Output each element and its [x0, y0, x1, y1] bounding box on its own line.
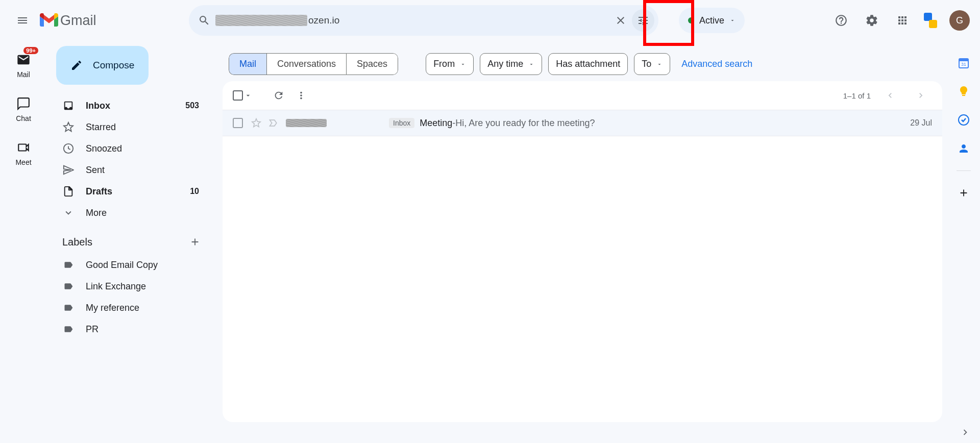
svg-rect-1 [959, 59, 968, 61]
rail-mail[interactable]: 99+ Mail [15, 51, 32, 79]
filters-row: Mail Conversations Spaces From Any time … [223, 49, 942, 81]
prev-page-button[interactable] [879, 84, 901, 107]
search-bar: ozen.io [189, 5, 658, 36]
more-vert-icon [296, 90, 307, 101]
chevron-right-icon [916, 90, 926, 101]
compose-label: Compose [93, 60, 134, 71]
header-actions: G [830, 9, 970, 32]
chevron-down-icon [62, 207, 75, 218]
filter-from[interactable]: From [426, 53, 474, 75]
segment-spaces[interactable]: Spaces [346, 53, 398, 75]
filter-has-attachment[interactable]: Has attachment [548, 53, 628, 75]
labels-header: Labels [47, 224, 218, 254]
filter-to[interactable]: To [634, 53, 670, 75]
label-my-reference[interactable]: My reference [47, 297, 210, 318]
filter-any-time[interactable]: Any time [480, 53, 542, 75]
get-addons[interactable] [957, 186, 970, 200]
separator [957, 170, 971, 171]
star-icon [62, 121, 75, 133]
logo-area[interactable]: Gmail [40, 13, 183, 29]
main-menu-button[interactable] [10, 8, 35, 33]
nav-starred[interactable]: Starred [47, 116, 210, 138]
search-icon [198, 14, 210, 27]
caret-down-icon [656, 61, 663, 67]
plus-icon [189, 236, 201, 248]
apps-button[interactable] [891, 9, 914, 32]
status-chip[interactable]: Active [679, 8, 745, 33]
app-name: Gmail [60, 13, 96, 29]
rail-chat[interactable]: Chat [15, 95, 32, 122]
calendar-app[interactable]: 31 [957, 56, 970, 69]
plus-icon [958, 187, 969, 199]
header: Gmail ozen.io Active G [0, 0, 980, 41]
search-suffix: ozen.io [308, 15, 339, 26]
left-rail: 99+ Mail Chat Meet [0, 41, 47, 166]
row-checkbox[interactable] [233, 118, 243, 128]
row-snippet: Hi, Are you ready for the meeting? [455, 118, 595, 129]
caret-down-icon [528, 61, 534, 67]
search-button[interactable] [193, 9, 215, 32]
nav-sent[interactable]: Sent [47, 159, 210, 181]
apps-grid-icon [896, 14, 909, 27]
chevron-down-icon [729, 17, 736, 23]
expand-panel-button[interactable] [960, 427, 971, 438]
label-good-email-copy[interactable]: Good Email Copy [47, 254, 210, 276]
rail-chat-label: Chat [16, 114, 31, 122]
email-row[interactable]: Inbox Meeting - Hi, Are you ready for th… [223, 110, 942, 136]
nav-snoozed[interactable]: Snoozed [47, 138, 210, 159]
compose-button[interactable]: Compose [56, 46, 149, 85]
scope-segments: Mail Conversations Spaces [229, 53, 398, 75]
redacted-sender [286, 119, 327, 127]
settings-button[interactable] [861, 9, 883, 32]
hamburger-icon [16, 14, 29, 27]
svg-text:31: 31 [961, 62, 966, 67]
segment-conversations[interactable]: Conversations [266, 53, 346, 75]
nav-more[interactable]: More [47, 202, 210, 224]
row-sender [251, 118, 389, 128]
meet-icon [15, 139, 32, 156]
clock-icon [62, 143, 75, 154]
rail-meet[interactable]: Meet [15, 139, 32, 166]
search-input[interactable]: ozen.io [215, 15, 609, 26]
gear-icon [865, 14, 878, 27]
help-icon [835, 14, 848, 27]
contacts-app[interactable] [957, 142, 970, 155]
main-area: Mail Conversations Spaces From Any time … [223, 49, 942, 422]
pencil-icon [70, 59, 83, 71]
redacted-text [215, 15, 307, 26]
row-inbox-tag: Inbox [389, 118, 414, 128]
refresh-button[interactable] [267, 84, 290, 107]
help-button[interactable] [830, 9, 852, 32]
search-options-button[interactable] [632, 9, 654, 32]
close-icon [615, 14, 627, 27]
inbox-icon [62, 100, 75, 111]
row-date: 29 Jul [910, 118, 932, 128]
tasks-app[interactable] [957, 113, 970, 127]
chevron-left-icon [885, 90, 895, 101]
tune-icon [637, 14, 649, 27]
more-actions-button[interactable] [290, 84, 312, 107]
nav-inbox[interactable]: Inbox 503 [47, 95, 210, 116]
segment-mail[interactable]: Mail [229, 53, 266, 75]
draft-icon [62, 186, 75, 197]
status-dot-icon [688, 17, 694, 23]
caret-down-icon[interactable] [244, 91, 252, 100]
advanced-search-link[interactable]: Advanced search [681, 59, 752, 69]
label-icon [62, 260, 75, 270]
keep-app[interactable] [957, 85, 970, 98]
important-icon[interactable] [268, 118, 279, 128]
keep-icon [958, 85, 970, 97]
list-toolbar: 1–1 of 1 [223, 81, 942, 110]
select-all-checkbox[interactable] [233, 90, 243, 101]
result-count: 1–1 of 1 [843, 91, 871, 100]
clear-search-button[interactable] [609, 9, 632, 32]
label-link-exchange[interactable]: Link Exchange [47, 276, 210, 297]
next-page-button[interactable] [910, 84, 932, 107]
label-pr[interactable]: PR [47, 318, 210, 340]
star-outline-icon[interactable] [251, 118, 261, 128]
add-label-button[interactable] [187, 234, 203, 250]
account-avatar[interactable]: G [949, 10, 970, 31]
caret-down-icon [460, 61, 466, 67]
workspace-icon[interactable] [922, 13, 937, 28]
nav-drafts[interactable]: Drafts 10 [47, 181, 210, 202]
